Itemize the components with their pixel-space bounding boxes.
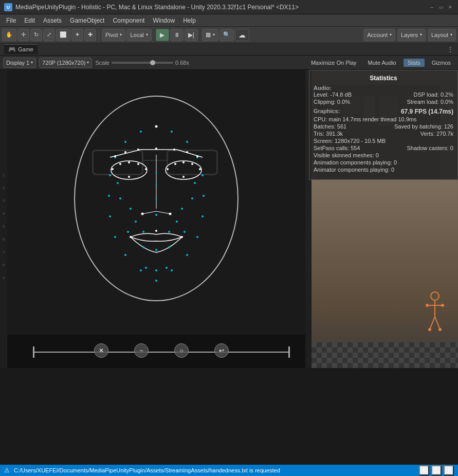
svg-point-19 <box>171 131 173 133</box>
svg-point-8 <box>124 254 126 256</box>
svg-point-61 <box>168 246 170 248</box>
layers-caret: ▾ <box>420 32 422 37</box>
custom-tool[interactable]: ✚ <box>84 29 96 41</box>
svg-point-44 <box>182 176 185 178</box>
close-button[interactable]: ✕ <box>447 4 454 11</box>
svg-point-29 <box>186 151 188 153</box>
face-landmarks-svg <box>7 70 305 368</box>
pause-button[interactable]: ⏸ <box>170 29 184 41</box>
status-error-button[interactable]: ✕ <box>419 465 429 475</box>
stats-tris-row: Tris: 391.3k Verts: 270.7k <box>314 130 453 137</box>
hand-tool[interactable]: ✋ <box>2 29 16 41</box>
game-tab[interactable]: 🎮 Game <box>4 44 38 54</box>
svg-point-2 <box>124 141 126 143</box>
svg-point-67 <box>181 208 183 210</box>
stats-setpass-row: SetPass calls: 554 Shadow casters: 0 <box>314 144 453 152</box>
menu-gameobject[interactable]: GameObject <box>66 16 108 25</box>
account-dropdown[interactable]: Account ▾ <box>363 29 395 41</box>
svg-point-63 <box>130 208 132 210</box>
svg-point-72 <box>155 269 157 271</box>
scale-slider[interactable] <box>112 62 173 64</box>
svg-point-14 <box>201 215 204 217</box>
restore-button[interactable]: ▭ <box>437 4 445 11</box>
pivot-caret: ▾ <box>120 32 122 37</box>
menu-assets[interactable]: Assets <box>39 16 66 25</box>
menu-component[interactable]: Component <box>108 16 149 25</box>
local-dropdown[interactable]: Local ▾ <box>126 29 151 41</box>
svg-point-12 <box>186 254 188 256</box>
toolbar: ✋ ✛ ↻ ⤢ ⬜ ✦ ✚ Pivot ▾ Local ▾ ▶ ⏸ ▶| ▦ ▾… <box>0 27 458 43</box>
cloud-button[interactable]: ☁ <box>235 29 249 41</box>
move-tool[interactable]: ✛ <box>17 29 29 41</box>
menu-window[interactable]: Window <box>149 16 179 25</box>
svg-point-34 <box>128 161 130 163</box>
gizmos-button[interactable]: Gizmos <box>428 59 455 67</box>
layers-dropdown[interactable]: Layers ▾ <box>397 29 426 41</box>
status-warning-button[interactable]: ⚠ <box>431 465 442 475</box>
account-caret: ▾ <box>390 32 392 37</box>
svg-point-27 <box>155 148 157 150</box>
status-warning-icon: ⚠ <box>4 467 10 474</box>
menu-file[interactable]: File <box>2 16 20 25</box>
display-dropdown[interactable]: Display 1 ▾ <box>3 58 36 68</box>
scale-tool[interactable]: ⤢ <box>43 29 55 41</box>
stats-title: Statistics <box>314 75 453 82</box>
layout-dropdown[interactable]: Layout ▾ <box>428 29 456 41</box>
status-info-button[interactable]: ℹ <box>444 465 454 475</box>
scrubber-controls: ✕ − ○ ↩ <box>33 343 290 358</box>
scrub-prev-button[interactable]: − <box>134 343 149 358</box>
svg-point-43 <box>199 168 201 170</box>
svg-point-81 <box>441 304 444 307</box>
resolution-dropdown[interactable]: 720P (1280x720) ▾ <box>39 58 92 68</box>
scrub-reset-button[interactable]: ✕ <box>94 343 108 358</box>
right-toolbar: Account ▾ Layers ▾ Layout ▾ <box>363 29 456 41</box>
svg-point-64 <box>135 221 137 223</box>
stats-audio-section: Audio: Level: -74.8 dB DSP load: 0.2% Cl… <box>314 85 453 105</box>
svg-point-50 <box>155 214 157 216</box>
scrub-play-button[interactable]: ○ <box>174 343 189 358</box>
svg-point-37 <box>128 176 130 178</box>
svg-point-62 <box>119 197 121 199</box>
svg-point-26 <box>137 149 139 151</box>
title-bar: U MediaPipeUnityPlugin - Holistic - PC, … <box>0 0 458 14</box>
svg-point-32 <box>112 168 114 170</box>
stats-cpu-row: CPU: main 14.7ms render thread 10.9ms <box>314 116 453 123</box>
menu-edit[interactable]: Edit <box>20 16 39 25</box>
svg-point-59 <box>142 246 144 248</box>
resolution-caret: ▾ <box>87 60 89 65</box>
svg-point-6 <box>109 215 111 217</box>
overlay-dropdown[interactable]: ▦ ▾ <box>202 29 218 41</box>
search-button[interactable]: 🔍 <box>219 29 234 41</box>
mute-audio-button[interactable]: Mute Audio <box>364 59 400 67</box>
overlay-caret: ▾ <box>213 32 215 37</box>
pivot-dropdown[interactable]: Pivot ▾ <box>102 29 125 41</box>
rotate-tool[interactable]: ↻ <box>30 29 42 41</box>
scrub-next-button[interactable]: ↩ <box>214 343 229 358</box>
svg-line-52 <box>142 211 156 214</box>
transform-tool[interactable]: ✦ <box>71 29 83 41</box>
svg-point-40 <box>174 163 176 165</box>
menu-help[interactable]: Help <box>179 16 200 25</box>
stats-clipping-row: Clipping: 0.0% Stream load: 0.0% <box>314 98 453 105</box>
svg-point-9 <box>140 269 142 271</box>
svg-point-35 <box>137 163 139 165</box>
svg-point-39 <box>167 168 169 170</box>
play-button[interactable]: ▶ <box>156 29 169 41</box>
stats-animator-row: Animator components playing: 0 <box>314 166 453 173</box>
tab-options-icon[interactable]: ⋮ <box>447 45 454 53</box>
maximize-on-play-button[interactable]: Maximize On Play <box>307 59 361 67</box>
scale-value: 0.68x <box>175 60 189 66</box>
svg-point-58 <box>181 236 183 238</box>
window-title: MediaPipeUnityPlugin - Holistic - PC, Ma… <box>15 4 428 11</box>
svg-point-70 <box>117 182 119 184</box>
minimize-button[interactable]: ─ <box>428 4 435 11</box>
svg-point-47 <box>156 185 157 187</box>
rect-tool[interactable]: ⬜ <box>56 29 70 41</box>
stats-button[interactable]: Stats <box>404 59 425 67</box>
svg-point-66 <box>191 197 193 199</box>
svg-line-23 <box>177 150 203 157</box>
svg-point-15 <box>203 195 205 197</box>
stats-level-row: Level: -74.8 dB DSP load: 0.2% <box>314 91 453 98</box>
step-button[interactable]: ▶| <box>185 29 198 41</box>
layout-caret: ▾ <box>450 32 452 37</box>
